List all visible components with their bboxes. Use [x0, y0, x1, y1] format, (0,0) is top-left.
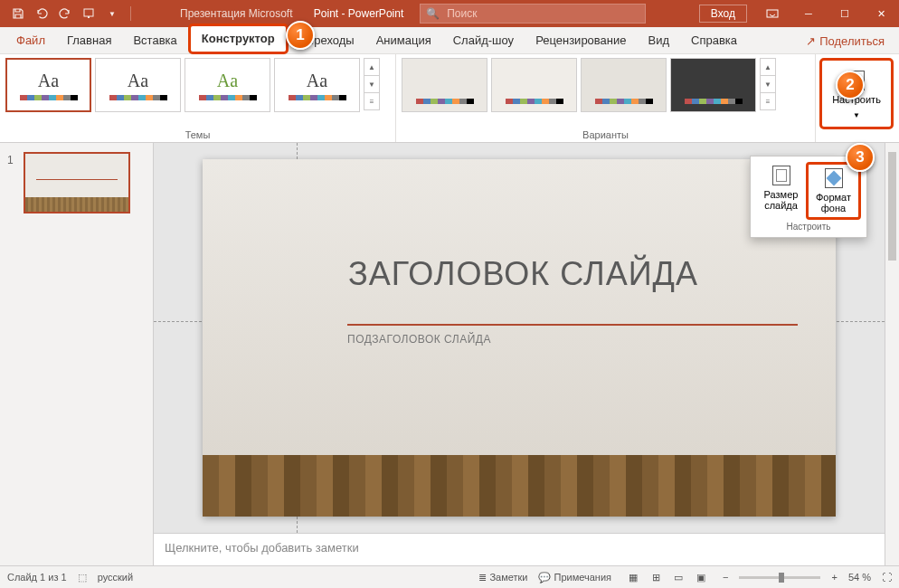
undo-icon[interactable] — [33, 5, 51, 23]
titlebar: ▼ Презентация Microsoft Point - PowerPoi… — [0, 0, 899, 27]
variant-card[interactable] — [670, 58, 756, 112]
search-placeholder: Поиск — [447, 7, 477, 20]
minimize-icon[interactable]: ─ — [790, 0, 827, 27]
theme-card[interactable]: Aa — [185, 58, 270, 112]
slideshow-view-icon[interactable]: ▣ — [690, 569, 712, 585]
tab-review[interactable]: Рецензирование — [525, 28, 637, 53]
slide[interactable]: ЗАГОЛОВОК СЛАЙДА ПОДЗАГОЛОВОК СЛАЙДА — [203, 159, 836, 517]
svg-rect-1 — [88, 16, 90, 18]
themes-scroll[interactable]: ▲▼≡ — [364, 58, 380, 109]
vertical-scrollbar[interactable] — [885, 143, 899, 565]
svg-rect-0 — [84, 9, 93, 16]
share-button[interactable]: ↗ Поделиться — [797, 29, 894, 53]
zoom-level[interactable]: 54 % — [848, 572, 871, 583]
tab-file[interactable]: Файл — [5, 28, 56, 53]
zoom-slider[interactable] — [739, 576, 820, 579]
save-icon[interactable] — [9, 5, 27, 23]
share-icon: ↗ — [806, 34, 816, 48]
variants-scroll[interactable]: ▲▼≡ — [760, 58, 776, 109]
menubar: Файл Главная Вставка Конструктор Переход… — [0, 27, 899, 54]
variant-card[interactable] — [581, 58, 667, 112]
tab-design[interactable]: Конструктор — [188, 24, 289, 54]
notes-toggle[interactable]: ≣ Заметки — [478, 572, 527, 583]
comments-toggle[interactable]: 💬 Примечания — [538, 572, 611, 583]
maximize-icon[interactable]: ☐ — [827, 0, 863, 27]
reading-view-icon[interactable]: ▭ — [667, 569, 689, 585]
slide-size-icon — [772, 166, 790, 185]
accessibility-icon[interactable]: ⬚ — [78, 572, 87, 583]
search-icon: 🔍 — [426, 7, 440, 20]
tab-slideshow[interactable]: Слайд-шоу — [442, 28, 525, 53]
language-indicator[interactable]: русский — [98, 572, 133, 583]
title-placeholder[interactable]: ЗАГОЛОВОК СЛАЙДА — [338, 245, 807, 303]
notes-input[interactable]: Щелкните, чтобы добавить заметки — [154, 533, 885, 565]
tab-insert[interactable]: Вставка — [122, 28, 187, 53]
slide-subtitle: ПОДЗАГОЛОВОК СЛАЙДА — [347, 333, 798, 346]
tab-help[interactable]: Справка — [680, 28, 748, 53]
variant-card[interactable] — [402, 58, 487, 112]
slide-thumbnail[interactable] — [24, 152, 130, 213]
sorter-view-icon[interactable]: ⊞ — [645, 569, 667, 585]
redo-icon[interactable] — [56, 5, 74, 23]
format-background-button[interactable]: Формат фона — [806, 162, 861, 220]
callout-3: 3 — [846, 143, 875, 172]
thumbnail-pane[interactable]: 1 — [0, 143, 154, 565]
theme-card[interactable]: Aa — [5, 58, 91, 112]
normal-view-icon[interactable]: ▦ — [622, 569, 644, 585]
variants-label: Варианты — [402, 128, 809, 140]
callout-2: 2 — [836, 71, 865, 100]
callout-1: 1 — [286, 21, 315, 50]
start-icon[interactable] — [80, 5, 98, 23]
variant-card[interactable] — [491, 58, 577, 112]
themes-label: Темы — [5, 128, 390, 140]
fit-window-icon[interactable]: ⛶ — [882, 572, 892, 583]
slide-title: ЗАГОЛОВОК СЛАЙДА — [348, 255, 797, 293]
close-icon[interactable]: ✕ — [863, 0, 899, 27]
subtitle-placeholder[interactable]: ПОДЗАГОЛОВОК СЛАЙДА — [338, 315, 807, 353]
qat-more-icon[interactable]: ▼ — [103, 5, 121, 23]
login-button[interactable]: Вход — [699, 5, 747, 23]
chevron-down-icon: ▼ — [853, 109, 860, 121]
ribbon-options-icon[interactable] — [754, 0, 790, 27]
theme-card[interactable]: Aa — [95, 58, 181, 112]
slide-size-button[interactable]: Размер слайда — [756, 162, 806, 220]
zoom-in-icon[interactable]: + — [831, 572, 837, 583]
customize-group-label: Настроить — [756, 222, 861, 232]
tab-home[interactable]: Главная — [56, 28, 122, 53]
tab-view[interactable]: Вид — [638, 28, 681, 53]
theme-card[interactable]: Aa — [274, 58, 360, 112]
search-input[interactable]: 🔍 Поиск — [420, 4, 646, 24]
ribbon: AaAaAaAa ▲▼≡ Темы ▲▼≡ Варианты Настроить… — [0, 54, 899, 143]
doc-title: Презентация Microsoft Point - PowerPoint — [180, 7, 403, 20]
statusbar: Слайд 1 из 1 ⬚ русский ≣ Заметки 💬 Приме… — [0, 565, 899, 588]
slide-counter: Слайд 1 из 1 — [7, 572, 67, 583]
thumb-number: 1 — [7, 154, 14, 166]
format-background-icon — [825, 168, 843, 188]
zoom-out-icon[interactable]: − — [723, 572, 728, 583]
tab-animations[interactable]: Анимация — [365, 28, 442, 53]
